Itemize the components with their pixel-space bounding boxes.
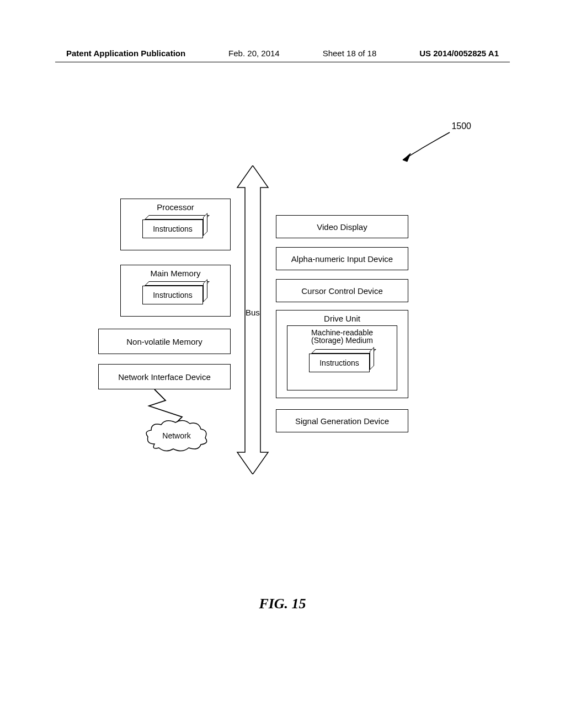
cursor-control-box: Cursor Control Device [276,279,408,302]
alpha-numeric-input-label: Alpha-numeric Input Device [291,254,393,264]
processor-title: Processor [157,202,194,212]
video-display-label: Video Display [317,222,367,232]
svg-marker-1 [237,165,268,474]
network-interface-device-box: Network Interface Device [98,364,231,389]
network-interface-device-label: Network Interface Device [118,372,211,382]
main-memory-box: Main Memory Instructions [120,265,231,317]
header-rule [55,62,510,62]
cursor-control-label: Cursor Control Device [301,286,383,296]
drive-unit-box: Drive Unit Machine-readable (Storage) Me… [276,310,408,398]
bus-arrow-icon [236,165,269,474]
main-memory-instructions-3dbox: Instructions [142,281,209,304]
figure-caption: FIG. 15 [0,596,565,612]
ref-1500-leadline [353,130,475,174]
page-header: Patent Application Publication Feb. 20, … [0,49,565,58]
alpha-numeric-input-box: Alpha-numeric Input Device [276,247,408,270]
publication-number: US 2014/0052825 A1 [419,49,499,58]
processor-instructions-3dbox: Instructions [142,215,209,238]
signal-generation-label: Signal Generation Device [295,416,389,426]
publication-label: Patent Application Publication [66,49,185,58]
medium-line2: (Storage) Medium [311,336,373,345]
svg-marker-0 [403,153,411,162]
video-display-box: Video Display [276,215,408,238]
machine-readable-medium-box: Machine-readable (Storage) Medium Instru… [287,325,397,390]
processor-instructions-label: Instructions [142,220,203,238]
processor-box: Processor Instructions [120,199,231,250]
medium-instructions-3dbox: Instructions [309,349,375,372]
bus-label: Bus [246,308,260,317]
sheet-number: Sheet 18 of 18 [323,49,377,58]
nonvolatile-memory-box: Non-volatile Memory [98,329,231,354]
main-memory-title: Main Memory [151,269,201,278]
medium-instructions-label: Instructions [309,354,370,372]
signal-generation-box: Signal Generation Device [276,409,408,432]
drive-unit-title: Drive Unit [324,314,360,323]
network-cloud: Network [143,419,210,452]
nonvolatile-memory-label: Non-volatile Memory [126,337,202,346]
publication-date: Feb. 20, 2014 [228,49,280,58]
network-label: Network [143,431,210,440]
main-memory-instructions-label: Instructions [142,286,203,304]
